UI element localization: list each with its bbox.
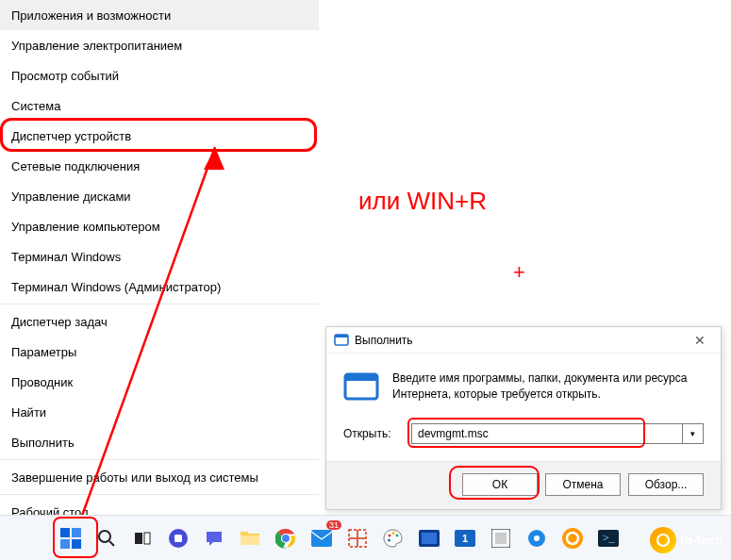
explorer-icon[interactable] <box>236 524 264 552</box>
svg-rect-19 <box>311 530 332 547</box>
svg-point-18 <box>282 534 291 542</box>
svg-rect-13 <box>144 533 150 544</box>
svg-rect-6 <box>60 528 70 537</box>
svg-point-35 <box>562 528 583 549</box>
terminal-icon[interactable]: >_ <box>594 524 623 552</box>
annotation-highlight-ok <box>449 466 540 500</box>
menu-item-eventviewer[interactable]: Просмотр событий <box>0 60 319 91</box>
search-icon[interactable] <box>92 524 121 552</box>
run-description: Введите имя программы, папки, документа … <box>392 371 704 403</box>
svg-rect-28 <box>422 533 437 544</box>
svg-line-11 <box>109 541 114 546</box>
cancel-button[interactable]: Отмена <box>545 473 621 496</box>
svg-rect-8 <box>60 539 70 549</box>
mail-badge: 31 <box>326 520 341 530</box>
svg-rect-3 <box>335 335 348 338</box>
svg-rect-16 <box>241 535 259 545</box>
svg-rect-15 <box>174 535 182 542</box>
svg-rect-32 <box>495 533 507 544</box>
svg-text:>_: >_ <box>603 532 615 543</box>
svg-text:1: 1 <box>462 533 468 544</box>
menu-item-power[interactable]: Управление электропитанием <box>0 30 319 60</box>
taskbar: 31 1 >_ <box>0 515 731 560</box>
run-dropdown-icon[interactable]: ▾ <box>683 423 704 444</box>
svg-point-10 <box>99 531 110 542</box>
paint-icon[interactable] <box>379 524 407 552</box>
run-open-label: Открыть: <box>343 427 400 440</box>
menu-item-taskmgr[interactable]: Диспетчер задач <box>0 306 319 337</box>
svg-rect-9 <box>72 539 81 549</box>
snip-icon[interactable] <box>343 524 372 552</box>
menu-separator <box>0 304 319 305</box>
start-icon[interactable] <box>57 524 85 552</box>
menu-item-compmgmt[interactable]: Управление компьютером <box>0 211 319 241</box>
svg-point-26 <box>388 538 390 541</box>
brand-icon-1[interactable] <box>558 524 587 552</box>
menu-item-settings[interactable]: Параметры <box>0 337 319 367</box>
mail-icon[interactable]: 31 <box>307 524 336 552</box>
settings-icon[interactable] <box>523 524 551 552</box>
svg-rect-5 <box>345 374 377 381</box>
menu-item-system[interactable]: Система <box>0 91 319 121</box>
annotation-highlight-input <box>407 418 645 448</box>
annotation-win-r: или WIN+R <box>358 187 487 216</box>
svg-rect-12 <box>135 533 142 544</box>
menu-item-diskmgmt[interactable]: Управление дисками <box>0 181 319 211</box>
widgets-icon[interactable] <box>164 524 192 552</box>
app-icon-2[interactable]: 1 <box>451 524 479 552</box>
menu-item-explorer[interactable]: Проводник <box>0 367 319 397</box>
menu-item-shutdown[interactable]: Завершение работы или выход из системы <box>0 462 319 492</box>
watermark-icon <box>650 527 676 553</box>
run-titlebar: Выполнить ✕ <box>326 327 721 354</box>
chat-icon[interactable] <box>200 524 228 552</box>
watermark: hi-tech <box>650 527 723 553</box>
run-dialog-icon <box>334 333 349 348</box>
browse-button[interactable]: Обзор... <box>628 473 704 496</box>
svg-rect-7 <box>72 528 81 537</box>
menu-separator <box>0 494 319 495</box>
run-app-icon <box>343 371 379 403</box>
watermark-label: hi-tech <box>680 533 723 548</box>
menu-item-terminal-admin[interactable]: Терминал Windows (Администратор) <box>0 272 319 302</box>
run-dialog: Выполнить ✕ Введите имя программы, папки… <box>325 326 722 510</box>
svg-point-23 <box>389 534 391 536</box>
menu-item-search[interactable]: Найти <box>0 397 319 427</box>
menu-item-run[interactable]: Выполнить <box>0 427 319 457</box>
svg-point-34 <box>534 535 540 541</box>
menu-item-apps[interactable]: Приложения и возможности <box>0 0 319 30</box>
close-icon[interactable]: ✕ <box>687 331 713 350</box>
winx-context-menu: Приложения и возможности Управление элек… <box>0 0 319 527</box>
app-icon-1[interactable] <box>415 524 443 552</box>
menu-item-network[interactable]: Сетевые подключения <box>0 151 319 181</box>
taskview-icon[interactable] <box>128 524 157 552</box>
menu-separator <box>0 459 319 460</box>
app-icon-3[interactable] <box>487 524 515 552</box>
annotation-plus: + <box>513 260 525 285</box>
run-title-text: Выполнить <box>355 334 413 347</box>
svg-point-24 <box>392 532 395 535</box>
chrome-icon[interactable] <box>272 524 300 552</box>
menu-item-devmgr[interactable]: Диспетчер устройств <box>0 121 319 151</box>
menu-item-terminal[interactable]: Терминал Windows <box>0 241 319 272</box>
svg-point-25 <box>396 534 399 536</box>
